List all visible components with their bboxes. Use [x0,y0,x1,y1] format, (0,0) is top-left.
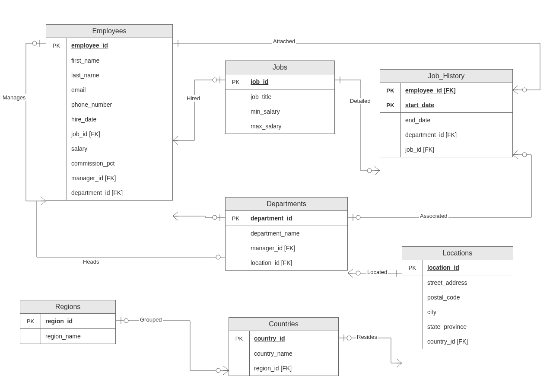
attr: job_id [FK] [67,127,172,141]
entity-title: Job_History [380,70,512,83]
pk-field: start_date [405,102,434,108]
rel-label-attached: Attached [272,38,296,45]
attr: street_address [423,275,513,290]
pk-field: location_id [427,264,459,271]
attr: country_name [250,346,338,361]
pk-field: department_id [251,215,292,222]
pk-row: PK employee_id [46,38,172,53]
svg-point-15 [356,271,360,275]
pk-marker: PK [20,314,41,328]
pk-field: employee_id [71,42,108,49]
attr: country_id [FK] [423,334,513,349]
entity-departments: Departments PKdepartment_id department_n… [225,197,348,271]
attr: region_id [FK] [250,361,338,376]
svg-point-13 [356,215,360,220]
attr: department_name [246,226,347,241]
attr: max_salary [246,119,334,134]
entity-title: Locations [402,247,513,260]
pk-field: job_id [251,78,268,85]
entity-title: Countries [229,318,338,331]
rel-label-grouped: Grouped [139,316,163,323]
entity-locations: Locations PKlocation_id street_address p… [402,246,513,349]
entity-job-history: Job_History PKemployee_id [FK] PKstart_d… [380,69,513,157]
svg-point-14 [522,153,527,157]
attr: department_id [FK] [401,127,512,142]
entity-jobs: Jobs PKjob_id job_title min_salary max_s… [225,61,335,134]
attr: commission_pct [67,156,172,171]
pk-marker: PK [380,83,401,98]
entity-title: Jobs [226,61,334,74]
entity-regions: Regions PKregion_id region_name [20,300,116,344]
rel-label-detailed: Detailed [349,98,372,104]
attr: first_name [67,53,172,68]
pk-field: employee_id [FK] [405,87,456,94]
rel-label-manages: Manages [2,94,26,101]
svg-point-7 [367,169,372,173]
pk-marker: PK [229,331,250,346]
entity-employees: Employees PK employee_id first_name last… [46,24,173,201]
entity-title: Employees [46,25,172,38]
attr: manager_id [FK] [67,171,172,185]
attr: end_date [401,113,512,127]
svg-point-21 [216,368,220,373]
svg-point-18 [347,336,351,340]
attr: hire_date [67,112,172,127]
attr: salary [67,141,172,156]
rel-label-associated: Associated [419,213,448,219]
pk-marker: PK [402,260,423,275]
attr: min_salary [246,104,334,119]
rel-label-hired: Hired [186,95,201,102]
rel-label-resides: Resides [356,334,378,340]
pk-field: country_id [254,335,285,342]
attr: state_province [423,319,513,334]
rel-label-heads: Heads [82,258,100,265]
attr: email [67,83,172,97]
attr: location_id [FK] [246,255,347,270]
attr: phone_number [67,97,172,112]
entity-title: Departments [226,198,347,211]
attr: job_id [FK] [401,142,512,157]
svg-point-20 [124,319,128,323]
pk-marker: PK [380,98,401,112]
attr: region_name [41,329,115,344]
rel-label-located: Located [366,269,388,275]
attr: city [423,305,513,319]
entity-countries: Countries PKcountry_id country_name regi… [229,317,339,376]
svg-point-0 [32,41,37,45]
attr: job_title [246,89,334,104]
attr: postal_code [423,290,513,305]
pk-marker: PK [226,211,246,226]
er-diagram-canvas: Employees PK employee_id first_name last… [0,0,553,392]
svg-point-8 [213,215,217,220]
svg-point-5 [213,78,217,82]
svg-point-3 [522,88,527,92]
pk-field: region_id [45,318,73,325]
svg-point-10 [216,255,220,259]
attr: last_name [67,68,172,83]
entity-title: Regions [20,300,115,314]
attr: manager_id [FK] [246,241,347,255]
attr: department_id [FK] [67,185,172,200]
pk-marker: PK [226,74,246,89]
pk-marker: PK [46,38,67,53]
